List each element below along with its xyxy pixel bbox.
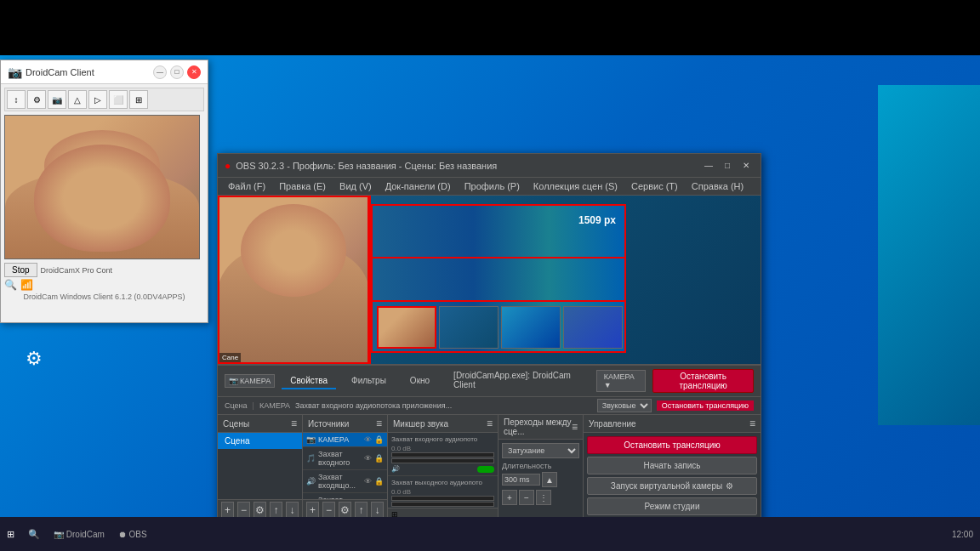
obs-main-window: ● OBS 30.2.3 - Профиль: Без названия - С… [217,153,761,540]
scenes-panel-menu[interactable]: ≡ [291,418,297,429]
remove-source-button[interactable]: − [322,502,335,519]
droidcam-maximize-button[interactable]: □ [170,65,184,79]
sources-panel-menu[interactable]: ≡ [376,418,382,429]
toolbar-btn-4[interactable]: △ [68,90,87,109]
obs-menu-edit[interactable]: Правка (E) [272,179,333,193]
duration-row: Длительность [502,462,579,470]
audio-out-label: Захват входящо... [318,473,362,490]
obs-menu-view[interactable]: Вид (V) [333,179,379,193]
audio-bar-2b [391,502,494,507]
source-item-audio-in[interactable]: 🎵 Захват входного 👁 🔒 [303,447,387,470]
add-source-button[interactable]: + [306,502,319,519]
taskbar-start[interactable]: ⊞ [0,529,21,540]
thumb-obs[interactable] [439,306,499,349]
controls-panel-menu[interactable]: ≡ [749,418,755,429]
wifi-icon: 📶 [20,279,33,291]
duration-up-button[interactable]: ▲ [542,472,557,487]
transition-type-select[interactable]: Затухание [502,443,579,458]
search-icon: 🔍 [4,279,17,291]
audio-device-select[interactable]: Звуковые [597,399,652,412]
toolbar-btn-6[interactable]: ⬜ [109,90,128,109]
droidcam-title: DroidCam Client [26,67,94,77]
obs-tab-properties[interactable]: Свойства [282,373,336,389]
droidcam-window-controls: — □ ✕ [153,65,201,79]
taskbar-clock: 12:00 [945,530,980,539]
virtual-camera-button[interactable]: Запуск виртуальной камеры ⚙ [587,477,757,495]
thumb-baby[interactable] [377,306,436,349]
obs-menu-docks[interactable]: Док-панели (D) [379,179,458,193]
obs-tab-droidcam[interactable]: [DroidCamApp.exe]: DroidCam Client [445,368,583,394]
source-down-button[interactable]: ↓ [371,502,384,519]
obs-logo-icon: ● [225,160,231,172]
stop-streaming-button-row[interactable]: Остановить трансляцию [652,369,754,393]
obs-tab-window[interactable]: Окно [402,373,438,389]
droidcam-toolbar: ↕ ⚙ 📷 △ ▷ ⬜ ⊞ [4,88,204,111]
transitions-panel-menu[interactable]: ≡ [572,421,578,433]
toolbar-btn-3[interactable]: 📷 [48,90,66,109]
camera-eye-icon[interactable]: 👁 [364,435,372,444]
scene-item-1[interactable]: Сцена [218,433,302,449]
audio-in-lock[interactable]: 🔒 [374,454,384,463]
audio-out-lock[interactable]: 🔒 [374,477,384,486]
add-transition-button[interactable]: + [502,490,517,505]
obs-minimize-button[interactable]: — [701,158,716,173]
camera-lock-icon[interactable]: 🔒 [374,435,384,444]
droidcam-title-container: 📷 DroidCam Client [8,65,94,79]
audio-out-eye[interactable]: 👁 [364,477,372,486]
audio-toggle-1[interactable] [477,466,494,473]
scene-up-button[interactable]: ↑ [270,502,282,519]
toolbar-btn-5[interactable]: ▷ [88,90,107,109]
duration-input[interactable] [502,474,540,486]
audio-mixer-menu[interactable]: ≡ [487,418,493,429]
baby-video-feed [5,116,199,258]
taskbar-droidcam[interactable]: 📷 DroidCam [47,530,111,539]
obs-menu-profile[interactable]: Профиль (P) [458,179,527,193]
taskbar-search[interactable]: 🔍 [21,529,47,540]
droidcam-stop-button[interactable]: Stop [4,263,37,277]
transitions-panel-title: Переходы между сце... [504,418,572,436]
taskbar-obs[interactable]: ⏺ OBS [111,530,154,539]
droidcam-window: 📷 DroidCam Client — □ ✕ ↕ ⚙ 📷 △ ▷ ⬜ ⊞ S [0,60,208,323]
virtual-camera-label: Запуск виртуальной камеры [611,481,722,491]
remove-scene-button[interactable]: − [237,502,250,519]
stop-btn-inline[interactable]: Остановить трансляцию [657,400,754,411]
droidcam-close-button[interactable]: ✕ [187,65,201,79]
toolbar-btn-1[interactable]: ↕ [7,90,26,109]
red-line-2 [373,300,624,302]
obs-menu-scenes[interactable]: Коллекция сцен (S) [527,179,624,193]
add-scene-button[interactable]: + [221,502,234,519]
audio-bar-1b [391,458,494,463]
transitions-panel: Переходы между сце... ≡ Затухание Длител… [499,415,584,520]
scene-row-sep: | [253,401,254,410]
obs-maximize-button[interactable]: □ [720,158,735,173]
toolbar-btn-2[interactable]: ⚙ [27,90,46,109]
source-item-audio-out[interactable]: 🔊 Захват входящо... 👁 🔒 [303,470,387,493]
start-recording-button[interactable]: Начать запись [587,457,757,474]
obs-tab-filters[interactable]: Фильтры [343,373,395,389]
source-props-button[interactable]: ⚙ [339,502,351,519]
audio-in-eye[interactable]: 👁 [364,454,372,463]
toolbar-btn-7[interactable]: ⊞ [129,90,148,109]
source-up-button[interactable]: ↑ [355,502,368,519]
droidcam-minimize-button[interactable]: — [153,65,167,79]
scene-down-button[interactable]: ↓ [286,502,299,519]
obs-menu-file[interactable]: Файл (F) [221,179,272,193]
obs-window-controls: — □ ✕ [701,158,754,173]
desktop-icon-extra[interactable]: ⚙ [4,340,64,379]
thumb-blue2[interactable] [563,306,623,349]
scene-props-button[interactable]: ⚙ [254,502,266,519]
obs-close-button[interactable]: ✕ [738,158,754,173]
obs-menubar: Файл (F) Правка (E) Вид (V) Док-панели (… [218,178,761,196]
audio-item-2-db: 0.0 dB [391,488,411,496]
obs-menu-help[interactable]: Справка (H) [685,179,750,193]
source-item-camera[interactable]: 📷 КАМЕРА 👁 🔒 [303,433,387,447]
obs-menu-tools[interactable]: Сервис (T) [624,179,685,193]
stop-streaming-button[interactable]: Остановить трансляцию [587,436,757,454]
remove-transition-button[interactable]: − [519,490,534,505]
camera-select[interactable]: КАМЕРА ▼ [596,370,647,392]
source-item-app-audio[interactable]: 🔊 Захват звука пр... 👁 🔒 [303,493,387,499]
more-transitions-button[interactable]: ⋮ [536,490,551,505]
thumb-blue[interactable] [501,306,561,349]
studio-mode-button[interactable]: Режим студии [587,497,757,515]
droidcam-tab-label: [DroidCamApp.exe]: DroidCam Client [453,371,571,389]
